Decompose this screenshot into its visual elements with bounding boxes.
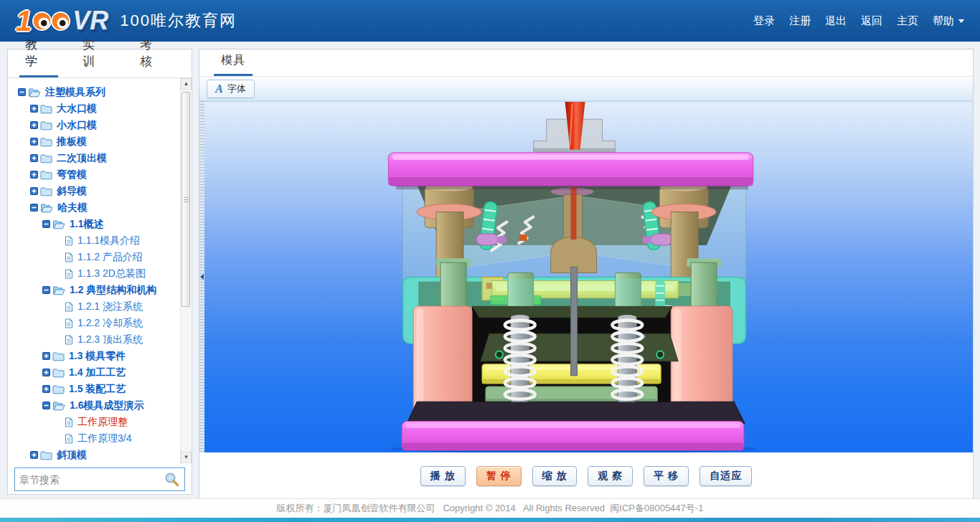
tree-item[interactable]: 1.4 加工工艺: [8, 364, 179, 381]
tree-item[interactable]: 1.1.2 产品介绍: [8, 249, 179, 265]
nav-link-6[interactable]: 帮助: [933, 14, 964, 28]
nav-link-label: 登录: [753, 14, 775, 28]
tree-item[interactable]: 工作原理3/4: [8, 430, 179, 447]
viewer-toolbar: A 字体: [199, 77, 973, 101]
tree-item-label: 工作原理3/4: [77, 432, 131, 445]
tree-item[interactable]: 工作原理整: [8, 414, 179, 430]
tree-item[interactable]: 推板模: [8, 133, 179, 150]
logo-zero-eye-icon: [34, 13, 50, 29]
tree-item[interactable]: 斜顶模: [8, 447, 179, 463]
tree-item[interactable]: 1.2.3 顶出系统: [8, 331, 179, 348]
tree-scrollbar[interactable]: ▲ ▼: [180, 78, 191, 463]
nav-link-3[interactable]: 退出: [825, 14, 847, 28]
expander-minus-icon[interactable]: [30, 204, 38, 212]
expander-plus-icon[interactable]: [30, 171, 38, 179]
course-sidebar: 教 学实 训考 核 注塑模具系列大水口模小水口模推板模二次顶出模弯管模斜导模哈夫…: [7, 49, 192, 495]
tree-item[interactable]: 1.1概述: [8, 216, 179, 232]
tree-item[interactable]: 1.5 装配工艺: [8, 381, 179, 397]
expander-plus-icon[interactable]: [30, 138, 38, 146]
chapter-search-box: [14, 468, 185, 491]
folder-closed-icon: [40, 153, 52, 163]
tree-item-label: 推板模: [57, 136, 87, 148]
search-magnifier-icon[interactable]: [163, 471, 180, 488]
tree-item[interactable]: 哈夫模: [8, 199, 179, 216]
tree-item[interactable]: 大水口模: [8, 100, 179, 117]
tree-item[interactable]: 1.1.1模具介绍: [8, 232, 179, 249]
tree-item[interactable]: 1.2.2 冷却系统: [8, 315, 179, 331]
collapse-left-arrow-icon: [200, 274, 204, 280]
control-button-6[interactable]: 自适应: [699, 466, 752, 486]
control-button-1[interactable]: 播 放: [420, 466, 466, 486]
sidebar-tab-1[interactable]: 教 学: [19, 37, 58, 77]
tree-item-label: 小水口模: [57, 119, 97, 132]
content-panel: 模具 A 字体: [199, 49, 974, 498]
tree-item[interactable]: 1.3 模具零件: [8, 348, 179, 364]
doc-icon: [65, 434, 73, 444]
font-button[interactable]: A 字体: [207, 80, 255, 98]
sidebar-collapse-handle[interactable]: [199, 101, 204, 452]
3d-viewer-canvas[interactable]: [204, 101, 973, 452]
tree-item-label: 1.6模具成型演示: [70, 399, 143, 412]
expander-plus-icon[interactable]: [42, 369, 50, 376]
scroll-down-arrow-icon[interactable]: ▼: [181, 452, 192, 463]
nav-link-5[interactable]: 主页: [897, 14, 918, 28]
nav-link-label: 主页: [897, 14, 918, 28]
expander-minus-icon[interactable]: [42, 286, 50, 294]
tree-item-label: 1.2.1 浇注系统: [77, 300, 143, 313]
viewer-row: [199, 101, 973, 452]
page-footer: 版权所有：厦门凤凰创壹软件有限公司 Copyright © 2014 All R…: [0, 498, 980, 522]
tree-item-label: 1.2 典型结构和机构: [70, 284, 156, 297]
tree-item-label: 1.1.1模具介绍: [77, 234, 140, 247]
folder-closed-icon: [40, 186, 52, 196]
tree-item[interactable]: 注塑模具系列: [8, 84, 179, 100]
tree-item[interactable]: 1.2 典型结构和机构: [8, 282, 179, 298]
expander-plus-icon[interactable]: [30, 187, 38, 195]
control-button-4[interactable]: 观 察: [588, 466, 633, 486]
doc-icon: [65, 417, 73, 427]
expander-plus-icon[interactable]: [30, 121, 38, 129]
logo-zero-eye-icon: [52, 13, 69, 29]
folder-closed-icon: [52, 368, 65, 378]
course-tree-viewport: 注塑模具系列大水口模小水口模推板模二次顶出模弯管模斜导模哈夫模1.1概述1.1.…: [8, 78, 192, 463]
control-button-5[interactable]: 平 移: [644, 466, 689, 486]
tab-mold[interactable]: 模具: [214, 53, 253, 76]
tree-item[interactable]: 斜导模: [8, 183, 179, 199]
nav-link-4[interactable]: 返回: [861, 14, 882, 28]
tree-item-label: 注塑模具系列: [45, 86, 105, 99]
tree-item-label: 大水口模: [57, 103, 97, 115]
tree-item[interactable]: 弯管模: [8, 166, 179, 183]
control-button-3[interactable]: 缩 放: [532, 466, 578, 486]
control-button-2[interactable]: 暂 停: [476, 466, 522, 486]
expander-plus-icon[interactable]: [30, 451, 38, 459]
tree-item[interactable]: 二次顶出模: [8, 150, 179, 166]
chapter-search-input[interactable]: [19, 474, 163, 485]
tree-item[interactable]: 1.1.3 2D总装图: [8, 265, 179, 282]
font-button-label: 字体: [227, 82, 246, 95]
nav-link-1[interactable]: 登录: [753, 14, 775, 28]
chevron-down-icon: [958, 19, 964, 23]
tree-item[interactable]: 1.2.1 浇注系统: [8, 298, 179, 315]
expander-minus-icon[interactable]: [42, 402, 50, 409]
tree-item[interactable]: 1.6模具成型演示: [8, 397, 179, 414]
doc-icon: [65, 335, 73, 345]
tree-item-label: 1.5 装配工艺: [69, 383, 126, 396]
copyright-text: 版权所有：厦门凤凰创壹软件有限公司 Copyright © 2014 All R…: [0, 499, 980, 518]
doc-icon: [65, 318, 73, 328]
scroll-up-arrow-icon[interactable]: ▲: [181, 78, 192, 90]
folder-closed-icon: [40, 170, 52, 180]
sidebar-tab-2[interactable]: 实 训: [77, 37, 116, 77]
sidebar-tab-3[interactable]: 考 核: [134, 37, 173, 77]
doc-icon: [65, 269, 73, 279]
nav-link-label: 返回: [861, 14, 882, 28]
expander-plus-icon[interactable]: [30, 154, 38, 162]
nav-link-2[interactable]: 注册: [789, 14, 811, 28]
expander-plus-icon[interactable]: [42, 352, 50, 360]
tree-item[interactable]: 小水口模: [8, 117, 179, 133]
tree-item-label: 二次顶出模: [57, 152, 107, 165]
expander-plus-icon[interactable]: [42, 385, 50, 393]
expander-minus-icon[interactable]: [42, 220, 50, 228]
mold-3d-model: [204, 102, 973, 452]
expander-minus-icon[interactable]: [18, 88, 26, 96]
expander-plus-icon[interactable]: [30, 105, 38, 113]
scrollbar-thumb[interactable]: [182, 92, 190, 307]
